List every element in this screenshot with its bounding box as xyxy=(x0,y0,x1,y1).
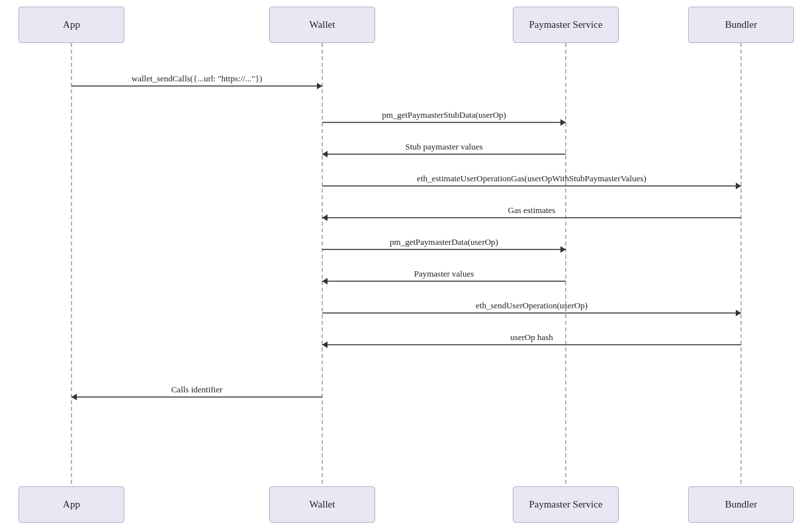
svg-marker-29 xyxy=(322,341,328,348)
svg-text:Calls identifier: Calls identifier xyxy=(171,384,223,394)
diagram-svg: wallet_sendCalls({...url: "https://..."}… xyxy=(0,0,794,532)
actor-bundler-top: Bundler xyxy=(688,7,794,43)
svg-text:Gas estimates: Gas estimates xyxy=(508,205,556,215)
svg-text:pm_getPaymasterData(userOp): pm_getPaymasterData(userOp) xyxy=(390,237,498,247)
svg-marker-5 xyxy=(317,83,322,89)
svg-text:Paymaster values: Paymaster values xyxy=(414,269,474,279)
sequence-diagram: wallet_sendCalls({...url: "https://..."}… xyxy=(0,0,794,532)
svg-text:pm_getPaymasterStubData(userOp: pm_getPaymasterStubData(userOp) xyxy=(382,110,506,120)
svg-text:Stub paymaster values: Stub paymaster values xyxy=(406,142,483,152)
svg-text:userOp hash: userOp hash xyxy=(510,332,553,342)
svg-marker-17 xyxy=(322,214,328,221)
svg-marker-23 xyxy=(322,278,328,285)
svg-text:eth_estimateUserOperationGas(u: eth_estimateUserOperationGas(userOpWithS… xyxy=(417,173,646,183)
actor-paymaster-top: Paymaster Service xyxy=(513,7,619,43)
svg-marker-32 xyxy=(71,394,77,400)
svg-marker-8 xyxy=(560,119,566,126)
actor-paymaster-bottom: Paymaster Service xyxy=(513,486,619,523)
svg-text:wallet_sendCalls({...url: "htt: wallet_sendCalls({...url: "https://..."}… xyxy=(132,73,263,83)
actor-app-top: App xyxy=(19,7,124,43)
svg-marker-14 xyxy=(736,183,741,189)
actor-wallet-top: Wallet xyxy=(269,7,375,43)
actor-bundler-bottom: Bundler xyxy=(688,486,794,523)
actor-wallet-bottom: Wallet xyxy=(269,486,375,523)
svg-text:eth_sendUserOperation(userOp): eth_sendUserOperation(userOp) xyxy=(476,300,588,310)
svg-marker-20 xyxy=(560,246,566,253)
actor-app-bottom: App xyxy=(19,486,124,523)
svg-marker-11 xyxy=(322,151,328,157)
svg-marker-26 xyxy=(736,310,741,316)
